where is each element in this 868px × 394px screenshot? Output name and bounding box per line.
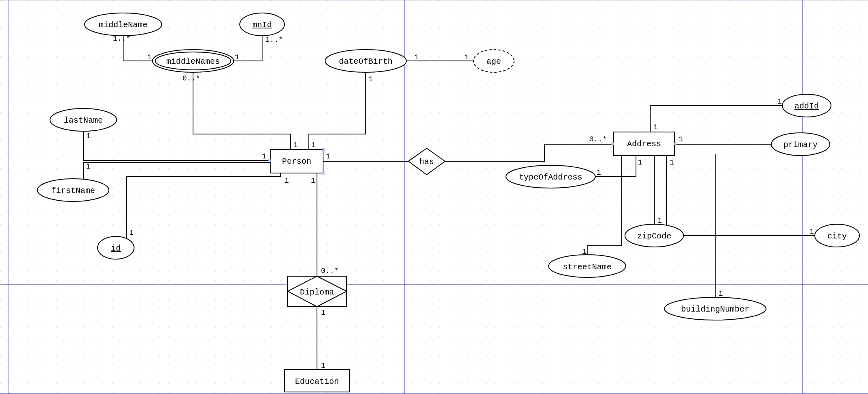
attr-middleNames-label: middleNames <box>166 57 220 66</box>
er-diagram-canvas[interactable]: 1..* 1..* 1 1 0..* 1 1 1 1 1 1 1 1 1 1 1… <box>0 0 868 394</box>
attr-addId-label: addId <box>794 102 819 111</box>
attr-middleName-label: middleName <box>99 20 148 30</box>
attr-streetName[interactable]: streetName <box>549 255 626 277</box>
card-person-right: 1 <box>326 152 331 160</box>
attr-streetName-label: streetName <box>563 262 612 272</box>
card-id: 1 <box>129 229 134 237</box>
card-mnId: 1..* <box>265 36 283 44</box>
card-person-bottom1: 1 <box>284 177 289 185</box>
card-buildingNumber: 1 <box>718 290 723 298</box>
card-addId: 1 <box>777 97 782 106</box>
attr-zipCode[interactable]: zipCode <box>625 224 684 247</box>
card-mn-bottom: 0..* <box>182 74 200 82</box>
card-address-top: 1 <box>653 123 658 131</box>
card-dob-down: 1 <box>369 75 373 83</box>
card-city: 1 <box>809 227 814 236</box>
entity-education[interactable]: Education <box>284 370 349 392</box>
attr-mnId-label: mnId <box>252 20 272 30</box>
attr-id[interactable]: id <box>98 236 134 259</box>
card-zipCode: 1 <box>658 216 662 225</box>
attr-typeOfAddress-label: typeOfAddress <box>519 173 582 182</box>
card-person-left1: 1 <box>262 152 267 160</box>
svg-rect-29 <box>323 148 325 151</box>
card-age-left: 1 <box>464 53 469 61</box>
entity-address-label: Address <box>627 139 661 149</box>
card-firstName: 1 <box>86 162 91 171</box>
rel-diploma-label: Diploma <box>300 288 334 297</box>
card-mn-left: 1 <box>148 53 152 61</box>
attr-zipCode-label: zipCode <box>637 232 671 241</box>
card-address-left: 0..* <box>589 135 607 143</box>
svg-rect-30 <box>268 160 271 162</box>
attr-lastName-label: lastName <box>64 116 103 125</box>
entity-education-label: Education <box>295 377 339 386</box>
attr-typeOfAddress[interactable]: typeOfAddress <box>506 165 595 188</box>
card-person-top2: 1 <box>311 141 316 149</box>
attr-city[interactable]: city <box>815 224 859 247</box>
card-mn-right: 1 <box>235 53 239 61</box>
entity-person-label: Person <box>282 157 311 166</box>
card-typeOfAddress: 1 <box>597 169 601 177</box>
svg-rect-32 <box>612 143 614 145</box>
svg-rect-33 <box>674 143 676 145</box>
card-address-b2: 1 <box>670 158 674 167</box>
attr-mnId[interactable]: mnId <box>240 13 284 36</box>
entity-address[interactable]: Address <box>614 132 675 156</box>
card-address-b1: 1 <box>638 158 642 167</box>
attr-age[interactable]: age <box>473 50 514 72</box>
card-dob-right: 1 <box>414 53 419 61</box>
attr-middleName[interactable]: middleName <box>85 13 162 36</box>
entity-person[interactable]: Person <box>270 149 323 173</box>
attr-dateOfBirth-label: dateOfBirth <box>339 57 393 66</box>
attr-firstName[interactable]: firstName <box>37 179 109 201</box>
attr-id-label: id <box>111 244 121 253</box>
card-person-top1: 1 <box>293 141 298 149</box>
attr-buildingNumber-label: buildingNumber <box>681 305 749 314</box>
card-diploma-bottom: 1 <box>321 309 326 317</box>
attr-lastName[interactable]: lastName <box>50 108 117 131</box>
attr-primary-label: primary <box>783 140 818 149</box>
card-diploma-top: 0..* <box>321 267 339 275</box>
card-lastName: 1 <box>86 132 91 140</box>
attr-city-label: city <box>827 232 847 241</box>
attr-dateOfBirth[interactable]: dateOfBirth <box>325 50 406 72</box>
attr-buildingNumber[interactable]: buildingNumber <box>664 297 766 320</box>
attr-primary[interactable]: primary <box>771 133 830 156</box>
grid-background <box>0 0 868 394</box>
card-education: 1 <box>321 362 326 370</box>
attr-age-label: age <box>486 57 501 66</box>
attr-firstName-label: firstName <box>51 186 95 195</box>
rel-has-label: has <box>419 157 434 167</box>
attr-middleNames[interactable]: middleNames <box>152 50 234 72</box>
attr-addId[interactable]: addId <box>782 94 831 117</box>
rel-diploma[interactable]: Diploma <box>288 276 347 307</box>
card-person-bottom2: 1 <box>311 177 315 185</box>
svg-rect-31 <box>323 172 325 174</box>
card-address-right1: 1 <box>679 135 683 143</box>
